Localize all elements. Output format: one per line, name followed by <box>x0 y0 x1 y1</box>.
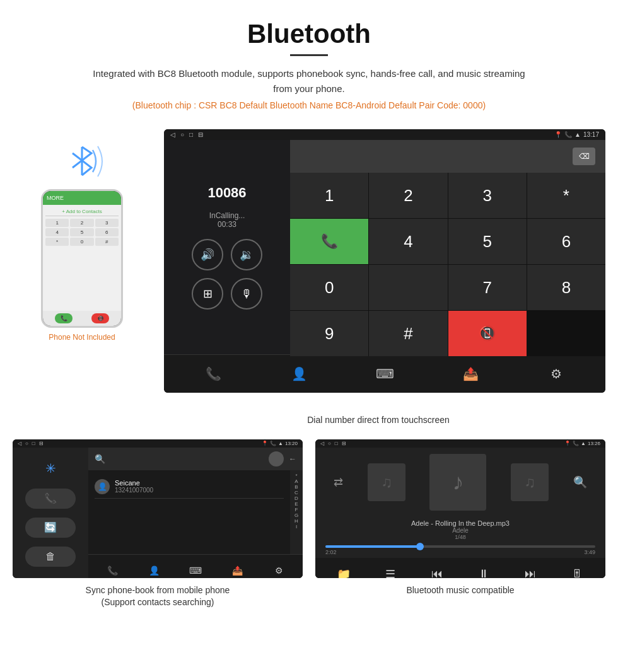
music-note-icon-main: ♪ <box>452 469 464 495</box>
numpad-grid: 1 2 3 * 📞 4 5 6 0 7 8 9 # 📵 <box>290 173 605 356</box>
music-folder-icon[interactable]: 📁 <box>332 563 355 578</box>
music-artist: Adele <box>315 527 605 534</box>
phone-area: MORE + Add to Contacts 1 2 3 4 5 6 * 0 # <box>13 129 151 342</box>
key-9[interactable]: 9 <box>290 311 368 356</box>
music-wifi-icon: ▲ <box>581 441 586 446</box>
key-1[interactable]: 1 <box>290 173 368 218</box>
bottom-screenshots: ◁ ○ □ ⊟ 📍 📞 ▲ 13:20 ✳ 📞 🔄 � <box>0 439 618 622</box>
pb-nav-keypad[interactable]: ⌨ <box>183 558 208 578</box>
pb-delete-btn[interactable]: 🗑 <box>25 547 76 567</box>
music-time: 13:26 <box>588 441 600 446</box>
pb-nav-contacts[interactable]: 👤 <box>141 558 166 578</box>
music-info: Adele - Rolling In the Deep.mp3 Adele 1/… <box>315 517 605 543</box>
pb-refresh-btn[interactable]: 🔄 <box>25 518 76 538</box>
nav-settings-icon[interactable]: ⚙ <box>544 361 569 386</box>
phone-bottom-buttons: 📞 📵 <box>43 311 121 326</box>
bluetooth-icon <box>54 137 110 185</box>
key-call-green[interactable]: 📞 <box>290 219 368 264</box>
phone-key-star[interactable]: * <box>45 238 69 246</box>
music-album-small: ♫ <box>368 463 405 501</box>
status-time: 13:17 <box>583 131 599 138</box>
progress-bar <box>325 545 595 548</box>
key-6[interactable]: 6 <box>527 219 605 264</box>
nav-transfer-icon[interactable]: 📤 <box>458 361 483 386</box>
music-status-nav: ◁ ○ □ ⊟ <box>320 441 346 446</box>
music-play-pause-icon[interactable]: ⏸ <box>472 563 495 578</box>
volume-up-button[interactable]: 🔊 <box>192 239 223 270</box>
pb-nav-transfer[interactable]: 📤 <box>224 558 250 578</box>
phonebook-status-bar: ◁ ○ □ ⊟ 📍 📞 ▲ 13:20 <box>13 439 303 448</box>
music-search-icon[interactable]: 🔍 <box>573 475 587 489</box>
key-3[interactable]: 3 <box>448 173 527 218</box>
music-menu-icon: ⊟ <box>342 441 346 446</box>
progress-bar-fill <box>325 545 420 548</box>
music-main-area: ⇄ ♫ ♪ ♫ 🔍 <box>315 448 605 517</box>
dialer-screen: 10086 InCalling... 00:33 🔊 🔉 ⊞ 🎙 <box>164 140 605 354</box>
pb-call-btn[interactable]: 📞 <box>25 489 76 509</box>
key-5[interactable]: 5 <box>448 219 527 264</box>
key-7[interactable]: 7 <box>448 265 527 310</box>
music-android-screen: ◁ ○ □ ⊟ 📍 📞 ▲ 13:26 ⇄ ♫ <box>315 439 605 578</box>
music-album-art: ♪ <box>429 454 486 511</box>
transfer-button[interactable]: ⊞ <box>192 278 223 310</box>
progress-times: 2:02 3:49 <box>325 549 595 555</box>
progress-dot <box>416 543 424 550</box>
phone-key-0[interactable]: 0 <box>70 238 93 246</box>
music-controls: 📁 ☰ ⏮ ⏸ ⏭ 🎚 <box>315 558 605 578</box>
volume-down-button[interactable]: 🔉 <box>231 239 262 270</box>
key-hash[interactable]: # <box>369 311 447 356</box>
call-status-text: InCalling... 00:33 <box>209 211 245 229</box>
call-controls-row-1: 🔊 🔉 <box>192 239 262 270</box>
pb-search-icon: 🔍 <box>95 454 105 464</box>
key-star[interactable]: * <box>527 173 605 218</box>
key-4[interactable]: 4 <box>369 219 447 264</box>
phone-key-hash[interactable]: # <box>95 238 119 246</box>
key-2[interactable]: 2 <box>369 173 447 218</box>
music-call-icon: 📞 <box>573 441 579 446</box>
music-prev-icon[interactable]: ⏮ <box>426 563 448 578</box>
music-location-icon: 📍 <box>564 441 571 446</box>
music-screenshot-item: ◁ ○ □ ⊟ 📍 📞 ▲ 13:26 ⇄ ♫ <box>315 439 605 609</box>
phone-key-4[interactable]: 4 <box>45 228 69 236</box>
pb-nav-phone[interactable]: 📞 <box>100 558 125 578</box>
nav-phone-icon[interactable]: 📞 <box>201 361 226 386</box>
title-underline <box>290 54 328 56</box>
key-empty-1 <box>369 265 447 310</box>
key-call-red[interactable]: 📵 <box>448 311 527 356</box>
mute-button[interactable]: 🎙 <box>231 278 262 310</box>
nav-keypad-icon[interactable]: ⌨ <box>372 361 397 386</box>
music-next-icon[interactable]: ⏭ <box>519 563 542 578</box>
phone-content: + Add to Contacts 1 2 3 4 5 6 * 0 # <box>43 205 121 311</box>
music-recents-icon: □ <box>335 441 338 446</box>
pb-nav-settings[interactable]: ⚙ <box>266 558 291 578</box>
pb-content-area: 👤 Seicane 13241007000 * A B C <box>88 470 303 554</box>
pb-contacts-list: 👤 Seicane 13241007000 <box>88 470 290 554</box>
phone-call-button[interactable]: 📞 <box>55 313 73 323</box>
music-list-icon[interactable]: ☰ <box>379 563 402 578</box>
phone-key-2[interactable]: 2 <box>70 219 93 227</box>
key-0[interactable]: 0 <box>290 265 368 310</box>
music-status-bar: ◁ ○ □ ⊟ 📍 📞 ▲ 13:26 <box>315 439 605 448</box>
phone-key-6[interactable]: 6 <box>95 228 119 236</box>
nav-contacts-icon[interactable]: 👤 <box>286 361 312 386</box>
android-bottom-nav: 📞 👤 ⌨ 📤 ⚙ <box>164 354 605 393</box>
bluetooth-icon-area <box>13 136 151 186</box>
phonebook-caption-line2: (Support contacts searching) <box>102 597 214 607</box>
phone-end-button[interactable]: 📵 <box>91 313 109 323</box>
phone-key-1[interactable]: 1 <box>45 219 69 227</box>
pb-contact-item[interactable]: 👤 Seicane 13241007000 <box>95 475 284 499</box>
orange-info: (Bluetooth chip : CSR BC8 Default Blueto… <box>13 100 605 110</box>
backspace-button[interactable]: ⌫ <box>573 148 595 165</box>
music-equalizer-icon[interactable]: 🎚 <box>566 563 588 578</box>
call-controls: 🔊 🔉 ⊞ 🎙 <box>192 239 262 310</box>
back-icon: ◁ <box>170 131 175 138</box>
status-system-icons: 📍 📞 ▲ 13:17 <box>554 131 599 138</box>
phone-key-5[interactable]: 5 <box>70 228 93 236</box>
pb-bottom-nav: 📞 👤 ⌨ 📤 ⚙ <box>88 554 303 578</box>
key-8[interactable]: 8 <box>527 265 605 310</box>
music-screen: ⇄ ♫ ♪ ♫ 🔍 Adele - Rolling In the Deep.mp… <box>315 448 605 578</box>
pb-main: 🔍 ← 👤 Seicane 13241007000 <box>88 448 303 578</box>
phone-key-3[interactable]: 3 <box>95 219 119 227</box>
pb-back-arrow: ← <box>289 455 296 463</box>
phone-keypad: 1 2 3 4 5 6 * 0 # <box>45 219 119 246</box>
